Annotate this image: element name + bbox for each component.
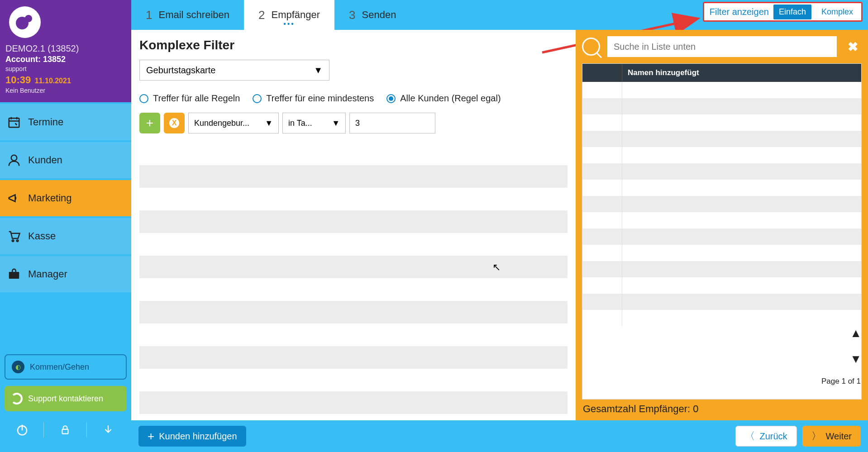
page-up-icon[interactable]: ▲: [850, 326, 862, 340]
template-select[interactable]: Geburtstagskarte ▼: [139, 60, 329, 81]
sidebar-bottom: ◐ Kommen/Gehen Support kontaktieren: [0, 349, 131, 452]
sidebar-nav: Termine Kunden Marketing Kasse Manager: [0, 104, 131, 292]
filter-toggle: Filter anzeigen Einfach Komplex: [703, 2, 863, 22]
sidebar-item-label: Kasse: [28, 230, 56, 242]
main: 1 Email schreiben 2 Empfänger 3 Senden F…: [131, 0, 868, 452]
account-role: support: [5, 65, 126, 72]
separator: [43, 422, 44, 438]
search-input[interactable]: [607, 36, 837, 57]
table-header: Namen hinzugefügt: [582, 64, 861, 82]
sidebar-item-manager[interactable]: Manager: [0, 256, 131, 292]
table-row: [582, 82, 861, 98]
sidebar-item-marketing[interactable]: Marketing: [0, 180, 131, 216]
step-number: 2: [258, 8, 265, 22]
chevron-down-icon: ▼: [332, 119, 340, 128]
page-down-icon[interactable]: ▼: [850, 352, 862, 366]
table-row: [582, 180, 861, 196]
sidebar-item-label: Manager: [28, 268, 67, 280]
footer: + Kunden hinzufügen 〈 Zurück 〉 Weiter: [131, 420, 868, 452]
support-contact-button[interactable]: Support kontaktieren: [5, 386, 127, 411]
kommen-gehen-label: Kommen/Gehen: [30, 362, 89, 372]
step-label: Senden: [362, 9, 396, 21]
back-button[interactable]: 〈 Zurück: [735, 426, 796, 447]
account-time: 10:39: [5, 74, 31, 86]
svg-rect-8: [62, 429, 68, 434]
step-email-schreiben[interactable]: 1 Email schreiben: [131, 0, 244, 30]
cart-icon: [6, 228, 22, 244]
radio-label: Treffer für alle Regeln: [153, 93, 240, 104]
radio-all-rules[interactable]: Treffer für alle Regeln: [139, 93, 240, 104]
svg-rect-2: [9, 118, 19, 127]
delete-rule-button[interactable]: X: [164, 113, 185, 133]
add-rule-button[interactable]: +: [139, 113, 160, 133]
kommen-gehen-button[interactable]: ◐ Kommen/Gehen: [5, 354, 127, 380]
table-row: [582, 98, 861, 114]
lock-icon[interactable]: [57, 422, 73, 438]
sidebar-item-label: Termine: [28, 116, 63, 128]
x-icon: X: [169, 118, 179, 128]
step-senden[interactable]: 3 Senden: [334, 0, 410, 30]
account-no-user: Kein Benutzer: [5, 87, 126, 94]
customer-icon: [6, 152, 22, 168]
radio-label: Alle Kunden (Regel egal): [400, 93, 501, 104]
add-customers-label: Kunden hinzufügen: [159, 431, 237, 442]
table-row: [582, 131, 861, 147]
radio-at-least-one[interactable]: Treffer für eine mindestens: [253, 93, 374, 104]
filter-toggle-label: Filter anzeigen: [710, 7, 769, 17]
next-label: Weiter: [826, 431, 852, 442]
download-icon[interactable]: [100, 422, 116, 438]
radio-all-customers[interactable]: Alle Kunden (Regel egal): [386, 93, 501, 104]
rule-op-select[interactable]: in Ta... ▼: [282, 113, 346, 133]
table-row: [582, 228, 861, 245]
sidebar-item-label: Marketing: [28, 192, 72, 204]
recipients-table: Namen hinzugefügt: [582, 63, 862, 400]
rule-value-input[interactable]: [349, 113, 435, 133]
calendar-icon: [6, 114, 22, 130]
page-indicator: Page 1 of 1: [821, 377, 861, 386]
filter-toggle-komplex[interactable]: Komplex: [816, 5, 858, 19]
table-row: [582, 163, 861, 180]
account-id: Account: 13852: [5, 55, 126, 64]
table-row: [582, 212, 861, 228]
rule-field-select[interactable]: Kundengebur... ▼: [188, 113, 279, 133]
rule-field-value: Kundengebur...: [194, 119, 249, 128]
search-row: ✖: [582, 36, 862, 57]
close-icon[interactable]: ✖: [844, 39, 862, 54]
separator: [86, 422, 87, 438]
svg-point-4: [12, 240, 14, 242]
plus-icon: +: [148, 429, 154, 443]
table-row: [582, 147, 861, 163]
rule-row: + X Kundengebur... ▼ in Ta... ▼: [139, 113, 568, 133]
sidebar-item-termine[interactable]: Termine: [0, 104, 131, 140]
sidebar-header: DEMO2.1 (13852) Account: 13852 support 1…: [0, 0, 131, 102]
svg-point-5: [17, 240, 19, 242]
power-icon[interactable]: [14, 422, 30, 438]
chevron-right-icon: 〉: [811, 429, 821, 443]
step-empfaenger[interactable]: 2 Empfänger: [244, 0, 334, 30]
rule-op-value: in Ta...: [288, 119, 312, 128]
filter-toggle-einfach[interactable]: Einfach: [773, 5, 811, 19]
step-label: Email schreiben: [158, 9, 229, 21]
wizard-steps: 1 Email schreiben 2 Empfänger 3 Senden F…: [131, 0, 868, 30]
svg-point-1: [25, 15, 32, 22]
logo-icon: [15, 12, 35, 32]
next-button[interactable]: 〉 Weiter: [802, 426, 861, 447]
logo: [9, 6, 41, 38]
table-body: [582, 82, 861, 399]
svg-point-3: [11, 155, 17, 161]
radio-icon: [253, 94, 262, 103]
recipients-total: Gesamtzahl Empfänger: 0: [582, 400, 862, 416]
sidebar-item-kunden[interactable]: Kunden: [0, 142, 131, 178]
table-row: [582, 310, 861, 326]
table-row: [582, 245, 861, 261]
briefcase-icon: [6, 266, 22, 282]
account-label: DEMO2.1 (13852): [5, 43, 126, 54]
sidebar-item-label: Kunden: [28, 154, 62, 166]
filter-panel: Komplexe Filter Geburtstagskarte ▼ Treff…: [131, 30, 576, 420]
megaphone-icon: [6, 190, 22, 206]
add-customers-button[interactable]: + Kunden hinzufügen: [138, 426, 246, 447]
table-header-names: Namen hinzugefügt: [622, 64, 861, 82]
table-header-empty: [582, 64, 622, 82]
sidebar-item-kasse[interactable]: Kasse: [0, 218, 131, 254]
sidebar: DEMO2.1 (13852) Account: 13852 support 1…: [0, 0, 131, 452]
